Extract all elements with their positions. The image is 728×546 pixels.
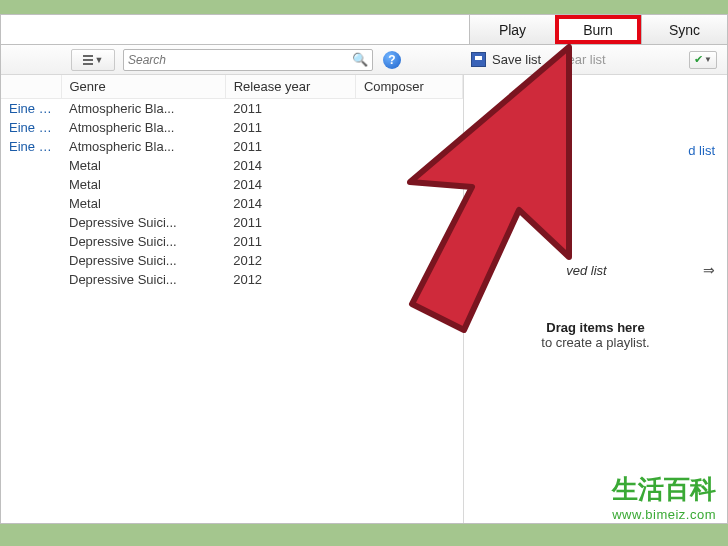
save-icon xyxy=(471,52,486,67)
table-row[interactable]: Depressive Suici...2012 xyxy=(1,251,463,270)
playlist-panel: d list ⇐ ved list ⇒ Drag items here to c… xyxy=(463,75,727,523)
cell-composer xyxy=(355,118,462,137)
col-genre[interactable]: Genre xyxy=(61,75,225,99)
table-row[interactable]: Depressive Suici...2011 xyxy=(1,232,463,251)
cell-composer xyxy=(355,137,462,156)
tab-sync[interactable]: Sync xyxy=(641,15,727,44)
table-row[interactable]: Eine R...Atmospheric Bla...2011 xyxy=(1,99,463,119)
toolbar: ▼ 🔍 ? Save list Clear list ✔ ▼ xyxy=(1,45,727,75)
cell-genre: Atmospheric Bla... xyxy=(61,118,225,137)
cell-genre: Depressive Suici... xyxy=(61,251,225,270)
cell-composer xyxy=(355,270,462,289)
cell-first: Eine R... xyxy=(1,99,61,119)
cell-composer xyxy=(355,194,462,213)
drop-line1: Drag items here xyxy=(476,320,715,335)
search-input[interactable] xyxy=(128,53,352,67)
cell-year: 2014 xyxy=(225,175,355,194)
cell-first: Eine R... xyxy=(1,137,61,156)
table-row[interactable]: Metal2014 xyxy=(1,156,463,175)
cell-genre: Depressive Suici... xyxy=(61,213,225,232)
list-icon xyxy=(83,55,93,65)
cell-first xyxy=(1,270,61,289)
chevron-down-icon: ▼ xyxy=(704,55,712,64)
playlist-link[interactable]: d list xyxy=(476,143,715,158)
tabs: Play Burn Sync xyxy=(469,15,727,44)
cell-year: 2014 xyxy=(225,194,355,213)
tab-play[interactable]: Play xyxy=(469,15,555,44)
view-mode-button[interactable]: ▼ xyxy=(71,49,115,71)
cell-composer xyxy=(355,175,462,194)
tab-row-spacer xyxy=(1,15,469,44)
tab-row: Play Burn Sync xyxy=(1,15,727,45)
table-row[interactable]: Eine R...Atmospheric Bla...2011 xyxy=(1,118,463,137)
drop-target[interactable]: Drag items here to create a playlist. xyxy=(476,320,715,350)
cell-year: 2011 xyxy=(225,137,355,156)
tab-sync-label: Sync xyxy=(669,22,700,38)
right-toolbar: Save list Clear list ✔ ▼ xyxy=(463,51,727,69)
cell-first xyxy=(1,213,61,232)
clear-list-button[interactable]: Clear list xyxy=(555,52,606,67)
tab-burn-label: Burn xyxy=(583,22,613,38)
content-area: Genre Release year Composer Eine R...Atm… xyxy=(1,75,727,523)
cell-genre: Depressive Suici... xyxy=(61,270,225,289)
playlist-nav: ⇐ ved list ⇒ xyxy=(476,262,715,278)
chevron-down-icon: ▼ xyxy=(95,55,104,65)
table-header-row: Genre Release year Composer xyxy=(1,75,463,99)
cell-genre: Metal xyxy=(61,175,225,194)
cell-year: 2011 xyxy=(225,213,355,232)
search-icon[interactable]: 🔍 xyxy=(352,52,368,67)
table-row[interactable]: Depressive Suici...2011 xyxy=(1,213,463,232)
table-row[interactable]: Metal2014 xyxy=(1,175,463,194)
col-release-year[interactable]: Release year xyxy=(225,75,355,99)
watermark: 生活百科 www.bimeiz.com xyxy=(612,472,716,522)
help-icon[interactable]: ? xyxy=(383,51,401,69)
cell-year: 2012 xyxy=(225,270,355,289)
col-composer[interactable]: Composer xyxy=(355,75,462,99)
library-panel: Genre Release year Composer Eine R...Atm… xyxy=(1,75,463,523)
tab-burn[interactable]: Burn xyxy=(555,15,641,44)
cell-first xyxy=(1,175,61,194)
save-list-button[interactable]: Save list xyxy=(471,52,541,67)
options-check-button[interactable]: ✔ ▼ xyxy=(689,51,717,69)
cell-first xyxy=(1,251,61,270)
cell-genre: Atmospheric Bla... xyxy=(61,137,225,156)
cell-year: 2014 xyxy=(225,156,355,175)
drop-line2: to create a playlist. xyxy=(476,335,715,350)
cell-year: 2011 xyxy=(225,118,355,137)
playlist-name[interactable]: ved list xyxy=(566,263,624,278)
watermark-cn: 生活百科 xyxy=(612,472,716,507)
watermark-url: www.bimeiz.com xyxy=(612,507,716,522)
cell-first xyxy=(1,232,61,251)
table-row[interactable]: Depressive Suici...2012 xyxy=(1,270,463,289)
cell-first xyxy=(1,194,61,213)
cell-first xyxy=(1,156,61,175)
search-box[interactable]: 🔍 xyxy=(123,49,373,71)
cell-year: 2011 xyxy=(225,232,355,251)
cell-first: Eine R... xyxy=(1,118,61,137)
cell-composer xyxy=(355,232,462,251)
cell-genre: Metal xyxy=(61,156,225,175)
cell-genre: Atmospheric Bla... xyxy=(61,99,225,119)
table-row[interactable]: Metal2014 xyxy=(1,194,463,213)
cell-composer xyxy=(355,251,462,270)
save-list-label: Save list xyxy=(492,52,541,67)
cell-year: 2012 xyxy=(225,251,355,270)
next-arrow-icon[interactable]: ⇒ xyxy=(703,262,715,278)
cell-year: 2011 xyxy=(225,99,355,119)
cell-genre: Depressive Suici... xyxy=(61,232,225,251)
cell-composer xyxy=(355,156,462,175)
check-icon: ✔ xyxy=(694,53,703,66)
col-first[interactable] xyxy=(1,75,61,99)
track-table: Genre Release year Composer Eine R...Atm… xyxy=(1,75,463,523)
cell-genre: Metal xyxy=(61,194,225,213)
table-row[interactable]: Eine R...Atmospheric Bla...2011 xyxy=(1,137,463,156)
prev-arrow-icon[interactable]: ⇐ xyxy=(476,262,488,278)
media-player-window: Play Burn Sync ▼ 🔍 ? Save list Clear lis… xyxy=(0,14,728,524)
cell-composer xyxy=(355,213,462,232)
cell-composer xyxy=(355,99,462,119)
tab-play-label: Play xyxy=(499,22,526,38)
